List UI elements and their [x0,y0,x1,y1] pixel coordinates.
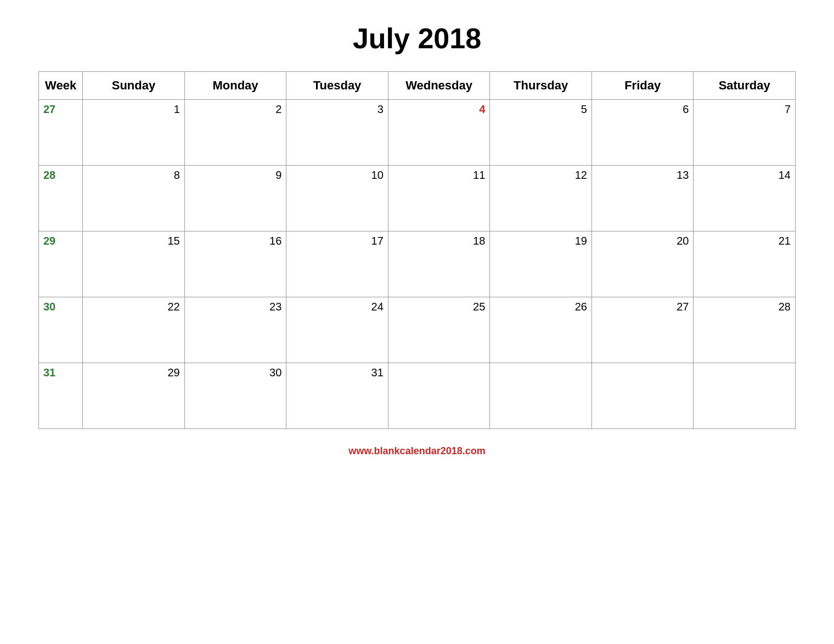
week-number-cell: 28 [39,166,83,231]
day-cell: 4 [388,100,490,166]
week-number-cell: 29 [39,231,83,297]
day-cell: 27 [591,297,694,363]
day-number: 10 [371,169,384,181]
week-number: 31 [43,366,55,379]
day-cell: 28 [694,297,796,363]
day-cell: 18 [388,231,490,297]
footer-link: www.blankcalendar2018.com [348,445,485,457]
day-cell: 10 [286,166,388,231]
week-row: 31293031 [39,363,796,429]
day-number: 9 [275,169,281,181]
day-number: 18 [473,235,485,247]
day-number: 30 [269,366,281,379]
week-row: 271234567 [39,100,796,166]
day-cell: 29 [83,363,185,429]
day-cell: 30 [184,363,286,429]
day-number: 15 [168,235,180,247]
day-cell: 13 [591,166,694,231]
day-cell: 9 [184,166,286,231]
empty-day-cell [591,363,694,429]
day-cell: 24 [286,297,388,363]
empty-day-cell [490,363,592,429]
day-cell: 21 [694,231,796,297]
holiday-day-number: 4 [479,103,485,115]
day-cell: 26 [490,297,592,363]
day-number: 14 [779,169,791,181]
day-number: 25 [473,301,485,313]
day-cell: 3 [286,100,388,166]
header-row: WeekSundayMondayTuesdayWednesdayThursday… [39,72,796,100]
day-number: 16 [269,235,281,247]
day-cell: 17 [286,231,388,297]
column-header-tuesday: Tuesday [286,72,388,100]
day-number: 21 [779,235,791,247]
day-number: 8 [174,169,180,181]
week-row: 28891011121314 [39,166,796,231]
week-number: 27 [43,103,55,115]
day-number: 17 [371,235,384,247]
day-cell: 22 [83,297,185,363]
day-number: 11 [473,169,485,181]
week-row: 3022232425262728 [39,297,796,363]
day-number: 26 [575,301,587,313]
day-number: 12 [575,169,587,181]
day-cell: 23 [184,297,286,363]
day-cell: 8 [83,166,185,231]
day-cell: 1 [83,100,185,166]
day-number: 27 [677,301,689,313]
day-cell: 5 [490,100,592,166]
day-cell: 2 [184,100,286,166]
column-header-wednesday: Wednesday [388,72,490,100]
column-header-friday: Friday [591,72,694,100]
day-cell: 31 [286,363,388,429]
day-cell: 16 [184,231,286,297]
day-number: 13 [677,169,689,181]
column-header-week: Week [39,72,83,100]
day-cell: 19 [490,231,592,297]
day-cell: 25 [388,297,490,363]
day-cell: 11 [388,166,490,231]
day-cell: 6 [591,100,694,166]
week-number: 28 [43,169,55,181]
calendar-table: WeekSundayMondayTuesdayWednesdayThursday… [38,71,796,429]
empty-day-cell [388,363,490,429]
day-number: 2 [275,103,281,115]
day-number: 7 [785,103,791,115]
day-number: 24 [371,301,384,313]
week-number: 30 [43,301,55,313]
day-cell: 12 [490,166,592,231]
week-number: 29 [43,235,55,247]
day-number: 20 [677,235,689,247]
day-cell: 15 [83,231,185,297]
week-number-cell: 30 [39,297,83,363]
day-number: 31 [371,366,384,379]
column-header-monday: Monday [184,72,286,100]
day-number: 29 [168,366,180,379]
day-number: 5 [581,103,587,115]
day-cell: 7 [694,100,796,166]
day-number: 3 [377,103,384,115]
day-number: 6 [683,103,689,115]
week-row: 2915161718192021 [39,231,796,297]
day-cell: 14 [694,166,796,231]
day-cell: 20 [591,231,694,297]
page-title: July 2018 [353,22,481,55]
column-header-saturday: Saturday [694,72,796,100]
day-number: 19 [575,235,587,247]
week-number-cell: 27 [39,100,83,166]
day-number: 28 [779,301,791,313]
column-header-thursday: Thursday [490,72,592,100]
week-number-cell: 31 [39,363,83,429]
column-header-sunday: Sunday [83,72,185,100]
day-number: 23 [269,301,281,313]
day-number: 1 [174,103,180,115]
empty-day-cell [694,363,796,429]
day-number: 22 [168,301,180,313]
